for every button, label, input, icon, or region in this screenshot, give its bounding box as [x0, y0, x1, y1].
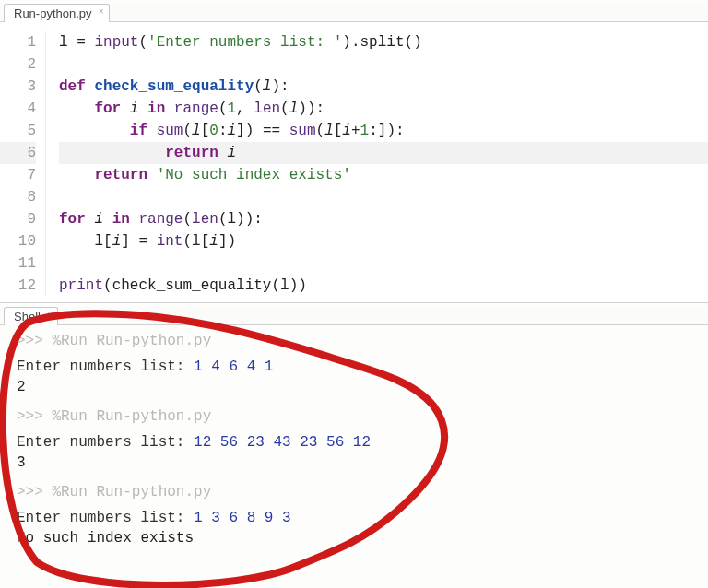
output-value: No such index exists: [17, 528, 699, 548]
prompt: >>>: [17, 484, 52, 500]
shell-tab-label: Shell: [14, 310, 41, 323]
editor-tab-label: Run-python.py: [14, 6, 92, 20]
line-number: 1: [0, 31, 36, 53]
input-value: 1 3 6 8 9 3: [194, 510, 291, 526]
run-cmd: %Run Run-python.py: [52, 484, 211, 500]
code-editor[interactable]: 1 2 3 4 5 6 7 8 9 10 11 12 l = input('En…: [0, 22, 708, 302]
output-value: 3: [17, 453, 699, 473]
input-value: 12 56 23 43 23 56 12: [194, 434, 371, 451]
line-number: 6: [0, 142, 36, 164]
code-line: if sum(l[0:i]) == sum(l[i+1:]):: [59, 120, 708, 142]
prompt: >>>: [17, 333, 52, 349]
editor-tabbar: Run-python.py ×: [0, 4, 708, 22]
code-line: def check_sum_equality(l):: [59, 76, 708, 98]
input-label: Enter numbers list:: [17, 359, 194, 375]
prompt: >>>: [17, 408, 52, 425]
shell-run: >>> %Run Run-python.py: [17, 406, 699, 427]
code-line: [59, 186, 708, 208]
shell-io: Enter numbers list: 1 3 6 8 9 3 No such …: [17, 508, 699, 548]
line-number: 12: [0, 275, 36, 297]
code-content[interactable]: l = input('Enter numbers list: ').split(…: [46, 31, 708, 297]
line-number: 4: [0, 98, 36, 120]
output-value: 2: [17, 377, 699, 397]
shell-run: >>> %Run Run-python.py: [17, 331, 699, 351]
code-line: [59, 253, 708, 275]
shell-tabbar: Shell ×: [0, 307, 708, 325]
input-value: 1 4 6 4 1: [194, 359, 273, 375]
line-number: 7: [0, 164, 36, 186]
code-line: l = input('Enter numbers list: ').split(…: [59, 31, 708, 53]
shell-run: >>> %Run Run-python.py: [17, 482, 699, 502]
line-number: 2: [0, 53, 36, 76]
close-icon[interactable]: ×: [99, 6, 104, 17]
shell-io: Enter numbers list: 1 4 6 4 1 2: [17, 357, 699, 397]
code-line: for i in range(1, len(l)):: [59, 98, 708, 120]
run-cmd: %Run Run-python.py: [52, 408, 211, 425]
line-number: 8: [0, 186, 36, 208]
input-label: Enter numbers list:: [17, 510, 194, 526]
shell-tab[interactable]: Shell ×: [4, 307, 58, 325]
code-line: l[i] = int(l[i]): [59, 230, 708, 253]
line-number: 5: [0, 120, 36, 142]
code-line: return 'No such index exists': [59, 164, 708, 186]
line-number: 9: [0, 208, 36, 230]
shell-pane[interactable]: >>> %Run Run-python.py Enter numbers lis…: [0, 325, 708, 567]
line-number: 10: [0, 230, 36, 253]
editor-tab[interactable]: Run-python.py ×: [4, 4, 110, 22]
code-line: print(check_sum_equality(l)): [59, 275, 708, 297]
line-number: 3: [0, 76, 36, 98]
code-line: for i in range(len(l)):: [59, 208, 708, 230]
run-cmd: %Run Run-python.py: [52, 333, 211, 349]
code-line: [59, 53, 708, 76]
input-label: Enter numbers list:: [17, 434, 194, 451]
shell-io: Enter numbers list: 12 56 23 43 23 56 12…: [17, 432, 699, 473]
line-gutter: 1 2 3 4 5 6 7 8 9 10 11 12: [0, 31, 46, 297]
line-number: 11: [0, 253, 36, 275]
code-line: return i: [59, 142, 708, 164]
close-icon[interactable]: ×: [47, 310, 53, 320]
